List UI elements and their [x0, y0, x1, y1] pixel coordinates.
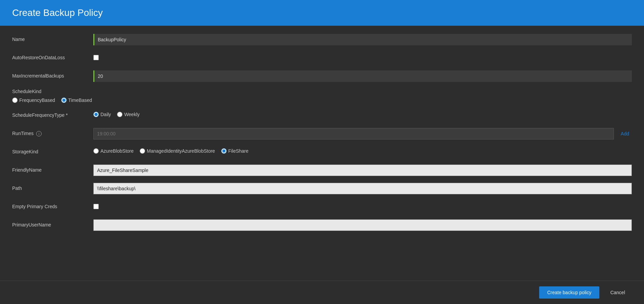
friendly-name-row: FriendlyName: [12, 165, 632, 177]
primary-username-label: PrimaryUserName: [12, 219, 93, 227]
storage-fileshare-text: FileShare: [228, 148, 249, 154]
storage-kind-control: AzureBlobStore ManagedIdentityAzureBlobS…: [93, 146, 632, 154]
storage-azure-label[interactable]: AzureBlobStore: [93, 148, 134, 154]
schedule-freq-control: Daily Weekly: [93, 110, 632, 117]
max-incremental-row: MaxIncrementalBackups: [12, 70, 632, 83]
schedule-kind-label: ScheduleKind: [12, 89, 93, 94]
schedule-freq-weekly-text: Weekly: [124, 112, 140, 117]
max-incremental-control: [93, 70, 632, 82]
storage-kind-label: StorageKind: [12, 146, 93, 154]
schedule-kind-time-label[interactable]: TimeBased: [61, 97, 92, 103]
auto-restore-control: [93, 52, 632, 62]
path-row: Path: [12, 183, 632, 195]
schedule-kind-frequency-label[interactable]: FrequencyBased: [12, 97, 55, 103]
storage-managed-text: ManagedIdentityAzureBlobStore: [147, 148, 215, 154]
schedule-kind-frequency-text: FrequencyBased: [19, 97, 55, 103]
footer: Create backup policy Cancel: [0, 281, 644, 304]
auto-restore-checkbox[interactable]: [93, 55, 99, 60]
empty-primary-creds-label: Empty Primary Creds: [12, 201, 93, 209]
page-title: Create Backup Policy: [12, 7, 632, 18]
form-body: Name AutoRestoreOnDataLoss MaxIncrementa…: [0, 26, 644, 281]
runtimes-label: RunTimes i: [12, 128, 93, 136]
empty-primary-creds-row: Empty Primary Creds: [12, 201, 632, 213]
storage-fileshare-radio[interactable]: [221, 148, 227, 154]
storage-azure-radio[interactable]: [93, 148, 99, 154]
primary-username-row: PrimaryUserName: [12, 219, 632, 232]
empty-primary-creds-checkbox[interactable]: [93, 204, 99, 209]
max-incremental-input[interactable]: [93, 70, 632, 82]
primary-username-input[interactable]: [93, 219, 632, 231]
schedule-freq-daily-label[interactable]: Daily: [93, 112, 111, 117]
schedule-freq-daily-radio[interactable]: [93, 112, 99, 117]
name-row: Name: [12, 34, 632, 46]
runtimes-row: RunTimes i Add: [12, 128, 632, 140]
auto-restore-label: AutoRestoreOnDataLoss: [12, 52, 93, 60]
name-input[interactable]: [93, 34, 632, 45]
schedule-kind-time-radio[interactable]: [61, 97, 67, 103]
schedule-freq-weekly-radio[interactable]: [117, 112, 122, 117]
max-incremental-label: MaxIncrementalBackups: [12, 70, 93, 79]
page-header: Create Backup Policy: [0, 0, 644, 26]
storage-managed-label[interactable]: ManagedIdentityAzureBlobStore: [140, 148, 215, 154]
empty-primary-creds-control: [93, 201, 632, 211]
friendly-name-input[interactable]: [93, 165, 632, 176]
schedule-freq-row: ScheduleFrequencyType * Daily Weekly: [12, 110, 632, 122]
storage-kind-radio-group: AzureBlobStore ManagedIdentityAzureBlobS…: [93, 146, 632, 154]
path-label: Path: [12, 183, 93, 191]
path-control: [93, 183, 632, 194]
schedule-kind-frequency-radio[interactable]: [12, 97, 18, 103]
auto-restore-row: AutoRestoreOnDataLoss: [12, 52, 632, 64]
runtimes-add-button[interactable]: Add: [618, 130, 632, 138]
schedule-freq-weekly-label[interactable]: Weekly: [117, 112, 140, 117]
schedule-freq-radio-group: Daily Weekly: [93, 110, 632, 117]
schedule-kind-radio-group: FrequencyBased TimeBased: [12, 95, 92, 103]
storage-kind-row: StorageKind AzureBlobStore ManagedIdenti…: [12, 146, 632, 158]
cancel-button[interactable]: Cancel: [603, 286, 632, 299]
schedule-freq-daily-text: Daily: [100, 112, 111, 117]
storage-azure-text: AzureBlobStore: [100, 148, 134, 154]
primary-username-control: [93, 219, 632, 231]
path-input[interactable]: [93, 183, 632, 194]
schedule-freq-label: ScheduleFrequencyType *: [12, 110, 93, 118]
name-control: [93, 34, 632, 45]
schedule-kind-row: ScheduleKind FrequencyBased TimeBased: [12, 89, 632, 103]
create-backup-policy-button[interactable]: Create backup policy: [539, 286, 600, 299]
friendly-name-control: [93, 165, 632, 176]
runtimes-info-icon: i: [36, 131, 42, 136]
runtimes-input-row: Add: [93, 128, 632, 139]
friendly-name-label: FriendlyName: [12, 165, 93, 173]
schedule-kind-time-text: TimeBased: [68, 97, 92, 103]
storage-managed-radio[interactable]: [140, 148, 145, 154]
storage-fileshare-label[interactable]: FileShare: [221, 148, 249, 154]
runtimes-control: Add: [93, 128, 632, 139]
runtimes-input[interactable]: [93, 128, 614, 139]
name-label: Name: [12, 34, 93, 42]
